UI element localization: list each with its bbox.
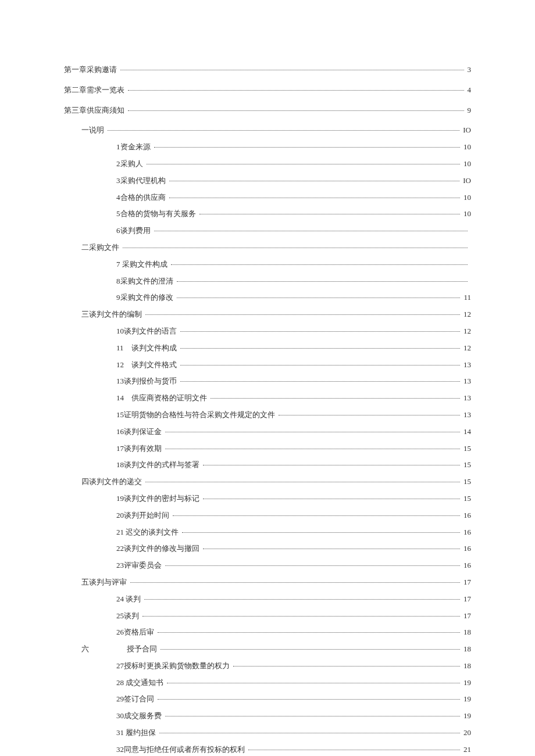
toc-entry-page: 17 bbox=[461, 576, 471, 589]
toc-entry: 27授标时更换采购货物数量的权力18 bbox=[64, 660, 471, 672]
toc-entry-title: 第三章供应商须知 bbox=[64, 105, 127, 117]
toc-entry: 31 履约担保20 bbox=[64, 727, 471, 739]
toc-entry: 16谈判保证金14 bbox=[64, 426, 471, 438]
toc-entry-title: 15证明货物的合格性与符合采购文件规定的文件 bbox=[116, 409, 277, 421]
toc-leader-dots bbox=[147, 164, 461, 164]
toc-leader-dots bbox=[165, 716, 460, 716]
toc-entry: 6谈判费用 bbox=[64, 225, 471, 237]
toc-entry-page: 15 bbox=[461, 459, 471, 471]
toc-entry-title: 24 谈判 bbox=[116, 593, 143, 605]
toc-entry: 20谈判开始时间16 bbox=[64, 510, 471, 522]
toc-entry-title: 27授标时更换采购货物数量的权力 bbox=[116, 660, 232, 672]
toc-entry: 10谈判文件的语言12 bbox=[64, 325, 471, 338]
toc-entry-page: 16 bbox=[461, 526, 471, 539]
toc-entry-title: 12 谈判文件格式 bbox=[116, 359, 179, 371]
toc-entry: 24 谈判17 bbox=[64, 593, 471, 605]
toc-leader-dots bbox=[154, 231, 468, 231]
toc-entry: 2采购人10 bbox=[64, 158, 471, 170]
toc-entry: 一说明IO bbox=[64, 124, 471, 137]
toc-entry: 30成交服务费19 bbox=[64, 710, 471, 722]
toc-entry-page: 10 bbox=[461, 192, 471, 204]
toc-entry-title: 2采购人 bbox=[116, 158, 145, 170]
toc-entry-title: 五谈判与评审 bbox=[81, 576, 129, 589]
toc-leader-dots bbox=[177, 298, 461, 298]
toc-entry-page: 17 bbox=[461, 593, 471, 605]
toc-entry-title: 六 授予合同 bbox=[81, 643, 159, 655]
toc-entry-page: 20 bbox=[461, 727, 471, 739]
toc-entry-title: 29签订合同 bbox=[116, 693, 156, 705]
toc-leader-dots bbox=[142, 616, 460, 617]
toc-entry-page: 17 bbox=[461, 610, 471, 622]
toc-entry-page: 19 bbox=[461, 710, 471, 722]
toc-entry-title: 三谈判文件的编制 bbox=[81, 309, 144, 321]
toc-entry: 13谈判报价与货币13 bbox=[64, 375, 471, 388]
toc-leader-dots bbox=[145, 482, 460, 482]
toc-leader-dots bbox=[173, 515, 460, 516]
toc-entry: 28 成交通知书19 bbox=[64, 677, 471, 689]
toc-entry: 29签订合同19 bbox=[64, 693, 471, 705]
toc-entry-page: 18 bbox=[461, 660, 471, 672]
toc-entry-title: 第一章采购邀请 bbox=[64, 64, 119, 76]
toc-entry-title: 第二章需求一览表 bbox=[64, 84, 127, 96]
toc-entry-title: 30成交服务费 bbox=[116, 710, 164, 722]
toc-leader-dots bbox=[182, 532, 460, 533]
toc-entry-title: 21 迟交的谈判文件 bbox=[116, 526, 181, 539]
toc-entry-page: 18 bbox=[461, 626, 471, 639]
toc-entry-page: 10 bbox=[461, 158, 471, 170]
toc-entry: 23评审委员会16 bbox=[64, 560, 471, 572]
toc-entry: 8采购文件的澄清 bbox=[64, 275, 471, 288]
toc-entry-title: 9采购文件的修改 bbox=[116, 292, 176, 304]
toc-entry-title: 23评审委员会 bbox=[116, 560, 164, 572]
table-of-contents: 第一章采购邀请3第二章需求一览表4第三章供应商须知9一说明IO1资金来源102采… bbox=[64, 64, 471, 756]
toc-entry-title: 16谈判保证金 bbox=[116, 426, 164, 438]
toc-entry-page: 15 bbox=[461, 493, 471, 505]
toc-entry: 12 谈判文件格式13 bbox=[64, 359, 471, 371]
toc-entry-page: 16 bbox=[461, 510, 471, 522]
toc-entry-page: 9 bbox=[465, 105, 472, 117]
toc-entry-title: 4合格的供应商 bbox=[116, 192, 168, 204]
toc-entry: 17谈判有效期15 bbox=[64, 443, 471, 455]
toc-entry-title: 3采购代理机构 bbox=[116, 175, 168, 187]
toc-leader-dots bbox=[211, 398, 460, 399]
toc-leader-dots bbox=[108, 130, 459, 131]
toc-entry-title: 6谈判费用 bbox=[116, 225, 153, 237]
toc-entry: 4合格的供应商10 bbox=[64, 192, 471, 204]
toc-entry-title: 25谈判 bbox=[116, 610, 141, 622]
toc-entry: 21 迟交的谈判文件16 bbox=[64, 526, 471, 539]
toc-entry: 7 采购文件构成 bbox=[64, 259, 471, 271]
toc-entry: 第二章需求一览表4 bbox=[64, 84, 471, 96]
toc-leader-dots bbox=[167, 683, 460, 683]
toc-leader-dots bbox=[180, 365, 460, 366]
toc-leader-dots bbox=[123, 248, 468, 248]
toc-entry: 五谈判与评审17 bbox=[64, 576, 471, 589]
toc-entry-page: 11 bbox=[461, 292, 471, 304]
toc-entry: 25谈判17 bbox=[64, 610, 471, 622]
toc-entry-title: 11 谈判文件构成 bbox=[116, 342, 179, 354]
toc-leader-dots bbox=[158, 632, 460, 633]
toc-leader-dots bbox=[203, 465, 460, 465]
toc-entry: 14 供应商资格的证明文件13 bbox=[64, 392, 471, 404]
toc-leader-dots bbox=[180, 348, 460, 349]
toc-leader-dots bbox=[145, 314, 460, 315]
toc-entry-title: 32同意与拒绝任何或者所有投标的权利 bbox=[116, 744, 247, 756]
toc-entry: 二采购文件 bbox=[64, 242, 471, 254]
toc-entry-page: 13 bbox=[461, 392, 471, 404]
toc-entry: 9采购文件的修改11 bbox=[64, 292, 471, 304]
toc-entry-page: 16 bbox=[461, 543, 471, 555]
toc-entry-page: 13 bbox=[461, 409, 471, 421]
toc-entry-title: 20谈判开始时间 bbox=[116, 510, 172, 522]
toc-entry-title: 17谈判有效期 bbox=[116, 443, 164, 455]
toc-leader-dots bbox=[158, 699, 460, 700]
toc-entry: 六 授予合同18 bbox=[64, 643, 471, 655]
toc-entry-page: 18 bbox=[461, 643, 471, 655]
toc-leader-dots bbox=[165, 565, 460, 566]
toc-entry-title: 18谈判文件的式样与签署 bbox=[116, 459, 202, 471]
toc-entry-title: 1资金来源 bbox=[116, 141, 153, 153]
toc-entry-page: 13 bbox=[461, 359, 471, 371]
toc-entry-page: 13 bbox=[461, 375, 471, 388]
toc-entry-page: 12 bbox=[461, 325, 471, 338]
toc-entry-page: IO bbox=[461, 124, 471, 137]
toc-leader-dots bbox=[165, 432, 460, 432]
toc-entry-page: 12 bbox=[461, 309, 471, 321]
toc-leader-dots bbox=[169, 181, 460, 181]
